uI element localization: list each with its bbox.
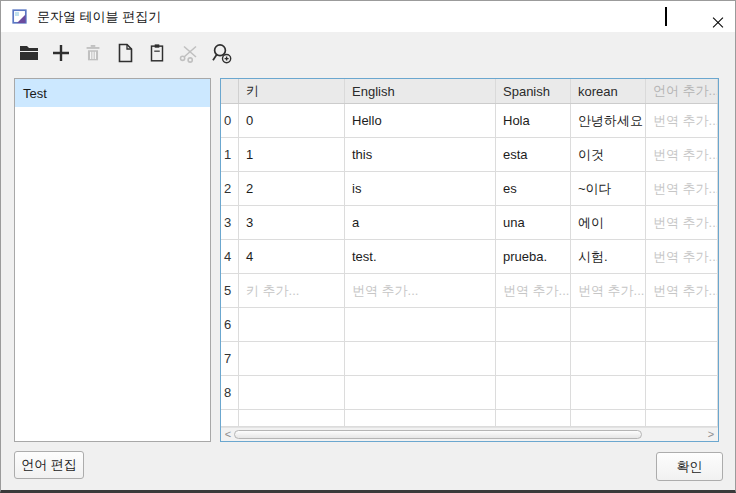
grid-cell[interactable]: 2 [239, 172, 345, 206]
horizontal-scrollbar[interactable]: < > [221, 427, 718, 441]
grid-body: 00HelloHola안녕하세요번역 추가...11thisesta이것번역 추… [221, 104, 718, 427]
grid-cell[interactable]: test. [345, 240, 496, 274]
grid-cell[interactable] [496, 308, 571, 342]
grid-row-partial [221, 410, 718, 427]
row-header[interactable]: 5 [221, 274, 239, 308]
string-table-grid[interactable]: 키EnglishSpanishkorean언어 추가... 00HelloHol… [220, 78, 719, 442]
column-header-5[interactable]: 언어 추가... [646, 79, 718, 103]
grid-cell[interactable] [571, 308, 646, 342]
grid-cell[interactable] [496, 410, 571, 427]
grid-cell[interactable] [239, 376, 345, 410]
maximize-button[interactable] [643, 1, 689, 32]
row-header[interactable]: 6 [221, 308, 239, 342]
table-list-panel[interactable]: Test [14, 78, 211, 442]
grid-cell[interactable]: 이것 [571, 138, 646, 172]
row-header[interactable]: 2 [221, 172, 239, 206]
grid-cell[interactable]: 시험. [571, 240, 646, 274]
grid-cell[interactable] [646, 342, 718, 376]
cut-button [175, 41, 202, 68]
grid-corner-header[interactable] [221, 79, 239, 103]
grid-cell[interactable] [646, 308, 718, 342]
grid-cell[interactable] [496, 376, 571, 410]
paste-button[interactable] [143, 41, 170, 68]
close-button[interactable] [689, 1, 735, 32]
ok-button[interactable]: 확인 [656, 452, 723, 481]
grid-cell[interactable]: 3 [239, 206, 345, 240]
column-header-3[interactable]: Spanish [496, 79, 571, 103]
list-item-test[interactable]: Test [15, 79, 210, 107]
grid-cell[interactable] [345, 342, 496, 376]
scroll-left-arrow-icon[interactable]: < [222, 428, 234, 441]
grid-cell[interactable]: 번역 추가... [345, 274, 496, 308]
row-header[interactable]: 1 [221, 138, 239, 172]
grid-cell[interactable]: 안녕하세요 [571, 104, 646, 138]
grid-cell[interactable]: 에이 [571, 206, 646, 240]
grid-cell[interactable]: Hello [345, 104, 496, 138]
grid-cell[interactable] [571, 376, 646, 410]
grid-row-0: 00HelloHola안녕하세요번역 추가... [221, 104, 718, 138]
grid-cell[interactable]: esta [496, 138, 571, 172]
row-header[interactable]: 3 [221, 206, 239, 240]
string-table-editor-window: 문자열 테이블 편집기 Test 키EnglishSpanishkorean언어… [0, 0, 736, 493]
grid-cell[interactable] [239, 342, 345, 376]
window-title: 문자열 테이블 편집기 [37, 8, 161, 26]
window-controls [597, 1, 735, 32]
grid-cell[interactable]: 키 추가... [239, 274, 345, 308]
grid-cell[interactable]: 0 [239, 104, 345, 138]
grid-cell[interactable]: es [496, 172, 571, 206]
row-header[interactable]: 8 [221, 376, 239, 410]
row-header[interactable]: 4 [221, 240, 239, 274]
scroll-right-arrow-icon[interactable]: > [705, 428, 717, 441]
copy-button[interactable] [111, 41, 138, 68]
grid-row-2: 22ises~이다번역 추가... [221, 172, 718, 206]
paste-clipboard-icon [146, 42, 168, 68]
row-header[interactable] [221, 410, 239, 427]
grid-cell[interactable]: a [345, 206, 496, 240]
titlebar[interactable]: 문자열 테이블 편집기 [1, 1, 735, 32]
column-header-2[interactable]: English [345, 79, 496, 103]
grid-cell[interactable]: 번역 추가... [646, 274, 718, 308]
column-header-1[interactable]: 키 [239, 79, 345, 103]
grid-row-6: 6 [221, 308, 718, 342]
grid-cell[interactable]: 1 [239, 138, 345, 172]
grid-cell[interactable]: 번역 추가... [496, 274, 571, 308]
grid-cell[interactable]: ~이다 [571, 172, 646, 206]
grid-cell[interactable] [345, 410, 496, 427]
grid-cell[interactable]: is [345, 172, 496, 206]
search-add-icon [209, 41, 233, 69]
grid-cell[interactable]: prueba. [496, 240, 571, 274]
grid-cell[interactable] [496, 342, 571, 376]
grid-cell[interactable]: 번역 추가... [646, 172, 718, 206]
grid-cell[interactable]: 번역 추가... [646, 240, 718, 274]
grid-cell[interactable]: una [496, 206, 571, 240]
scrollbar-thumb[interactable] [234, 430, 642, 439]
grid-cell[interactable]: 번역 추가... [571, 274, 646, 308]
minimize-button[interactable] [597, 1, 643, 32]
grid-row-8: 8 [221, 376, 718, 410]
grid-cell[interactable] [571, 410, 646, 427]
grid-cell[interactable] [345, 308, 496, 342]
add-button[interactable] [47, 41, 74, 68]
grid-cell[interactable]: 4 [239, 240, 345, 274]
row-header[interactable]: 7 [221, 342, 239, 376]
grid-cell[interactable]: 번역 추가... [646, 206, 718, 240]
grid-cell[interactable] [646, 410, 718, 427]
open-button[interactable] [15, 41, 42, 68]
grid-cell[interactable] [239, 410, 345, 427]
row-header[interactable]: 0 [221, 104, 239, 138]
grid-cell[interactable]: Hola [496, 104, 571, 138]
grid-cell[interactable] [345, 376, 496, 410]
open-folder-icon [17, 41, 41, 69]
grid-cell[interactable] [646, 376, 718, 410]
app-icon [12, 9, 28, 25]
column-header-4[interactable]: korean [571, 79, 646, 103]
grid-cell[interactable]: 번역 추가... [646, 104, 718, 138]
grid-cell[interactable] [239, 308, 345, 342]
grid-cell[interactable]: this [345, 138, 496, 172]
grid-row-4: 44test.prueba.시험.번역 추가... [221, 240, 718, 274]
search-add-button[interactable] [207, 41, 234, 68]
edit-language-button[interactable]: 언어 편집 [14, 451, 84, 479]
delete-button [79, 41, 106, 68]
grid-cell[interactable]: 번역 추가... [646, 138, 718, 172]
grid-cell[interactable] [571, 342, 646, 376]
